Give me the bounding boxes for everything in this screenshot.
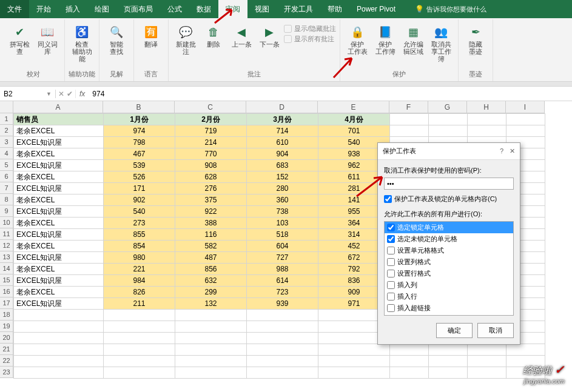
cell[interactable]: 老余EXCEL xyxy=(14,194,104,206)
row-header[interactable]: 10 xyxy=(0,217,13,228)
header-cell[interactable]: 销售员 xyxy=(14,114,104,125)
row-header[interactable]: 4 xyxy=(0,148,13,159)
row-header[interactable]: 9 xyxy=(0,205,13,217)
cell[interactable] xyxy=(175,333,247,344)
cell[interactable] xyxy=(506,125,545,137)
cell[interactable]: 683 xyxy=(247,160,318,171)
cell[interactable]: 974 xyxy=(104,125,175,137)
tab-home[interactable]: 开始 xyxy=(29,0,58,18)
cell[interactable] xyxy=(14,310,104,321)
cell[interactable]: 299 xyxy=(175,287,247,298)
cell[interactable]: 467 xyxy=(104,148,175,160)
header-cell[interactable] xyxy=(390,114,429,125)
cell[interactable]: 904 xyxy=(247,148,318,160)
row-header[interactable]: 2 xyxy=(0,125,13,136)
thesaurus-button[interactable]: 📖同义词库 xyxy=(34,22,61,58)
cell[interactable] xyxy=(429,344,468,356)
permission-item[interactable]: 选定锁定单元格 xyxy=(385,222,513,233)
cell[interactable]: 908 xyxy=(175,160,247,171)
cell[interactable]: 614 xyxy=(247,275,318,287)
row-header[interactable]: 3 xyxy=(0,136,13,148)
translate-button[interactable]: 🈶翻译 xyxy=(138,22,164,51)
header-cell[interactable]: 4月份 xyxy=(318,114,390,125)
cell[interactable]: 798 xyxy=(104,137,175,148)
password-input[interactable] xyxy=(384,178,514,190)
cell[interactable]: 628 xyxy=(175,171,247,183)
permission-checkbox[interactable] xyxy=(387,235,395,243)
cell[interactable] xyxy=(175,310,247,321)
cell[interactable]: 701 xyxy=(318,125,390,137)
row-header[interactable]: 11 xyxy=(0,228,13,240)
row-header[interactable]: 14 xyxy=(0,263,13,274)
cell[interactable] xyxy=(247,367,318,379)
permission-checkbox[interactable] xyxy=(387,281,395,289)
dialog-titlebar[interactable]: 保护工作表 ? ✕ xyxy=(378,143,520,160)
cell[interactable] xyxy=(247,333,318,344)
tab-draw[interactable]: 绘图 xyxy=(87,0,116,18)
cell[interactable]: 360 xyxy=(247,194,318,206)
cell[interactable]: EXCEL知识屋 xyxy=(14,183,104,194)
cell[interactable] xyxy=(104,310,175,321)
cell[interactable] xyxy=(104,344,175,356)
col-header[interactable]: E xyxy=(318,101,389,113)
cell[interactable]: 388 xyxy=(175,218,247,229)
cell[interactable]: 723 xyxy=(247,287,318,298)
cell[interactable] xyxy=(318,367,390,379)
permission-item[interactable]: 插入超链接 xyxy=(385,302,513,314)
cell[interactable] xyxy=(247,321,318,333)
accept-formula-icon[interactable]: ✔ xyxy=(67,90,73,98)
row-header[interactable]: 15 xyxy=(0,274,13,286)
cell[interactable] xyxy=(318,356,390,367)
cell[interactable]: EXCEL知识屋 xyxy=(14,206,104,218)
tab-file[interactable]: 文件 xyxy=(0,0,29,18)
permission-item[interactable]: 设置单元格格式 xyxy=(385,245,513,256)
cell[interactable]: 854 xyxy=(104,241,175,252)
permission-checkbox[interactable] xyxy=(387,258,395,266)
cell[interactable]: 604 xyxy=(247,241,318,252)
cell[interactable]: 老余EXCEL xyxy=(14,218,104,229)
cell[interactable] xyxy=(468,367,506,379)
tab-formulas[interactable]: 公式 xyxy=(160,0,189,18)
cell[interactable]: 582 xyxy=(175,241,247,252)
cell[interactable]: 719 xyxy=(175,125,247,137)
tab-data[interactable]: 数据 xyxy=(189,0,218,18)
header-cell[interactable]: 3月份 xyxy=(247,114,318,125)
cell[interactable]: 632 xyxy=(175,275,247,287)
cell[interactable]: 276 xyxy=(175,183,247,194)
row-header[interactable]: 19 xyxy=(0,321,13,332)
cell[interactable] xyxy=(175,356,247,367)
row-header[interactable]: 16 xyxy=(0,286,13,297)
spelling-button[interactable]: ✔拼写检查 xyxy=(6,22,33,58)
col-header[interactable]: C xyxy=(175,101,246,113)
cell[interactable]: 856 xyxy=(175,264,247,275)
cell[interactable] xyxy=(247,310,318,321)
cell[interactable]: 540 xyxy=(104,206,175,218)
col-header[interactable]: F xyxy=(389,101,428,113)
header-cell[interactable] xyxy=(506,114,545,125)
cell[interactable]: 939 xyxy=(247,298,318,310)
cell[interactable]: 984 xyxy=(104,275,175,287)
help-icon[interactable]: ? xyxy=(500,147,503,155)
name-box[interactable]: B2 ▼ xyxy=(0,90,56,98)
cell[interactable]: 826 xyxy=(104,287,175,298)
formula-input[interactable] xyxy=(89,90,572,98)
tab-view[interactable]: 视图 xyxy=(247,0,277,18)
allow-edit-ranges-button[interactable]: ▦允许编 辑区域 xyxy=(400,22,426,58)
cell[interactable]: 171 xyxy=(104,183,175,194)
cell[interactable]: 922 xyxy=(175,206,247,218)
protect-contents-check[interactable] xyxy=(384,194,392,204)
close-icon[interactable]: ✕ xyxy=(510,147,515,155)
permission-item[interactable]: 删除列 xyxy=(385,314,513,316)
cell[interactable]: 老余EXCEL xyxy=(14,287,104,298)
cell[interactable]: 988 xyxy=(247,264,318,275)
row-header[interactable]: 13 xyxy=(0,251,13,263)
permission-checkbox[interactable] xyxy=(387,224,395,231)
cell[interactable]: EXCEL知识屋 xyxy=(14,160,104,171)
cell[interactable] xyxy=(175,344,247,356)
name-box-dropdown-icon[interactable]: ▼ xyxy=(46,91,52,97)
protect-sheet-button[interactable]: 🔒保护 工作表 xyxy=(344,22,371,58)
cell[interactable] xyxy=(506,344,545,356)
tab-layout[interactable]: 页面布局 xyxy=(116,0,160,18)
cell[interactable] xyxy=(104,321,175,333)
show-hide-comment[interactable]: 显示/隐藏批注 xyxy=(284,24,336,33)
